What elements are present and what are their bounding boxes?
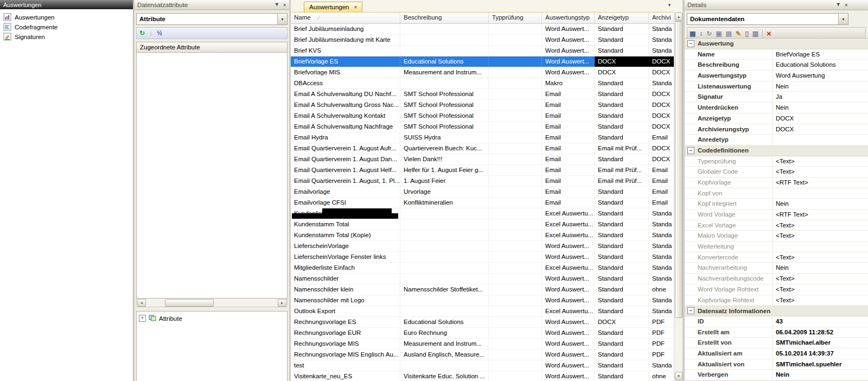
table-row[interactable]: Mitgliederliste EinfachExcel Auswertu...… <box>291 263 674 274</box>
sidebar-item-auswertungen[interactable]: Auswertungen <box>0 12 133 22</box>
property-value[interactable]: <Text> <box>773 220 868 231</box>
scroll-left-icon[interactable]: ◄ <box>137 299 146 307</box>
property-value[interactable]: <RTF Text> <box>773 177 868 188</box>
table-row[interactable]: Kundenstamm Total (Kopie)Excel Auswertu.… <box>291 230 674 241</box>
scroll-down-icon[interactable]: ▼ <box>675 372 682 380</box>
property-row[interactable]: NameBriefVorlage ES <box>685 49 868 60</box>
property-value[interactable]: <Text> <box>773 252 868 263</box>
chevron-down-icon[interactable]: ▼ <box>277 14 287 24</box>
property-row[interactable]: SignaturJa <box>685 92 868 103</box>
property-value[interactable]: <RTF Text> <box>773 209 868 220</box>
column-header-archivi[interactable]: Archivi <box>649 12 674 23</box>
category-grid-icon[interactable]: ▦ <box>690 30 695 37</box>
property-value[interactable]: Nein <box>773 103 868 113</box>
property-value[interactable] <box>773 135 868 145</box>
table-row[interactable]: Email A Schulverwaltung KontaktSMT Schoo… <box>291 111 674 122</box>
property-value[interactable]: <Text> <box>773 274 868 284</box>
assigned-attributes-list[interactable] <box>136 53 288 299</box>
property-value[interactable]: DOCX <box>773 124 868 135</box>
property-row[interactable]: Kopf integriertNein <box>685 199 868 209</box>
property-value[interactable]: <Text> <box>773 231 868 241</box>
property-row[interactable]: ListenauswertungNein <box>685 81 868 92</box>
section-code[interactable]: −Codedefinitionen <box>685 145 868 156</box>
table-row[interactable]: Email HydraSUISS HydraEmailStandardEmail <box>291 132 674 143</box>
table-row[interactable]: Email A Schulverwaltung NachfrageSMT Sch… <box>291 122 674 132</box>
column-header-name[interactable]: Name∕ <box>291 12 400 23</box>
property-value[interactable]: <Text> <box>773 284 868 295</box>
tab-list-icon[interactable]: ▼ <box>667 3 672 8</box>
table-row[interactable]: Rechnungsvorlage EUREuro RechnungWord Au… <box>291 328 674 339</box>
table-row[interactable]: Namensschilder mit LogoWord Auswert...St… <box>291 295 674 306</box>
sidebar-item-codefragmente[interactable]: Codefragmente <box>0 22 133 32</box>
property-row[interactable]: ID43 <box>685 316 868 327</box>
property-value[interactable]: Ja <box>773 92 868 102</box>
chevron-down-icon[interactable]: ▼ <box>838 14 848 24</box>
property-row[interactable]: Aktualisiert vonSMT\michael.spuehler <box>685 359 868 370</box>
table-row[interactable]: DBAccessMakroStandardStanda <box>291 78 674 89</box>
property-value[interactable]: BriefVorlage ES <box>773 49 868 60</box>
table-row[interactable]: testWord Auswert...StandardStanda <box>291 360 674 371</box>
dokumentendaten-combobox[interactable]: Dokumentendaten ▼ <box>687 13 848 25</box>
expand-icon[interactable]: + <box>139 315 146 322</box>
property-value[interactable]: Nein <box>773 370 868 380</box>
property-row[interactable]: Makro Vorlage<Text> <box>685 231 868 242</box>
property-row[interactable]: VerbergenNein <box>685 370 868 380</box>
property-value[interactable]: 05.10.2014 14:39:37 <box>773 348 868 359</box>
table-row[interactable]: Brief Jubiläumseinladung mit KarteWord A… <box>291 35 674 46</box>
horizontal-scrollbar[interactable]: ◄ ► <box>136 299 288 307</box>
section-datensatz[interactable]: −Datensatz Informationen <box>685 306 868 316</box>
table-row[interactable]: Namensschilder kleinNamensschilder Stoff… <box>291 284 674 295</box>
table-row[interactable]: BriefVorlage ESEducational SolutionsWord… <box>291 56 674 67</box>
column-header-anzeigetyp[interactable]: Anzeigetyp <box>595 12 649 23</box>
sort-az-icon[interactable]: ↕ <box>699 30 703 37</box>
vertical-scrollbar[interactable]: ▲ ▼ <box>674 12 682 381</box>
property-row[interactable]: NachverarbeitungNein <box>685 263 868 274</box>
property-row[interactable]: Word Vorlage Rohtext<Text> <box>685 284 868 295</box>
tree-item-label[interactable]: Attribute <box>159 315 182 322</box>
attribute-combobox[interactable]: Attribute ▼ <box>136 13 288 25</box>
property-row[interactable]: Kopf von <box>685 188 868 199</box>
scroll-up-icon[interactable]: ▲ <box>675 12 682 21</box>
table-row[interactable]: LieferscheinVorlage Fenster linksWord Au… <box>291 252 674 263</box>
table-row[interactable]: Kundenliste Nach...Excel Auswertu...Stan… <box>291 208 674 219</box>
property-row[interactable]: Kopfvorlage Rohtext<Text> <box>685 295 868 306</box>
column-header-typprüfung[interactable]: Typprüfung <box>489 12 542 23</box>
scroll-right-icon[interactable]: ► <box>278 299 286 307</box>
property-row[interactable]: Erstellt am06.04.2009 11:28:52 <box>685 327 868 338</box>
column-header-auswertungstyp[interactable]: Auswertungstyp <box>542 12 595 23</box>
table-row[interactable]: Outlook ExportExcel Auswertu...StandardS… <box>291 306 674 317</box>
table-row[interactable]: Email Quartierverein 1. August Helf...He… <box>291 165 674 176</box>
table-row[interactable]: Visitenkarte_neu_ESVisitenkarte Educ. So… <box>291 371 674 381</box>
property-row[interactable]: AnzeigetypDOCX <box>685 113 868 124</box>
property-row[interactable]: Word Vorlage<RTF Text> <box>685 209 868 220</box>
column-header-beschreibung[interactable]: Beschreibung <box>400 12 489 23</box>
property-value[interactable]: Word Auswertung <box>773 71 868 81</box>
scrollbar-thumb[interactable] <box>165 299 214 307</box>
scrollbar-thumb[interactable] <box>675 21 682 318</box>
table-row[interactable]: Emailvorlage CFSIKonfliktmineralienEmail… <box>291 198 674 208</box>
property-row[interactable]: ArchivierungstypDOCX <box>685 124 868 135</box>
property-value[interactable]: SMT\michael.spuehler <box>773 359 868 370</box>
property-value[interactable]: Nein <box>773 263 868 273</box>
table-row[interactable]: Email A Schulverwaltung DU Nachf...SMT S… <box>291 89 674 100</box>
collapse-icon[interactable]: − <box>687 307 694 314</box>
refresh-icon[interactable]: ↻ <box>139 30 145 36</box>
table-row[interactable]: NamensschilderWord Auswert...StandardSta… <box>291 274 674 284</box>
property-row[interactable]: Nachverarbeitungscode<Text> <box>685 274 868 284</box>
table-row[interactable]: Email Quartierverein 1. August, 1. Pl...… <box>291 176 674 187</box>
tab-close-icon[interactable]: × <box>354 4 358 10</box>
property-row[interactable]: Weiterleitung <box>685 242 868 252</box>
property-value[interactable] <box>773 188 868 199</box>
table-row[interactable]: Kundenstamm TotalExcel Auswertu...Standa… <box>291 219 674 230</box>
property-value[interactable]: SMT\michael.alber <box>773 338 868 348</box>
table-row[interactable]: Rechnungsvorlage ESEducational Solutions… <box>291 317 674 328</box>
property-value[interactable]: Nein <box>773 199 868 209</box>
property-value[interactable]: <Text> <box>773 295 868 306</box>
panel-menu-icon[interactable]: ▼ <box>275 2 279 8</box>
table-row[interactable]: Email Quartierverein 1. August Aufr...Qu… <box>291 143 674 154</box>
property-value[interactable]: <Text> <box>773 156 868 167</box>
table-row[interactable]: Briefvorlage MISMeasurement and Instrum.… <box>291 67 674 78</box>
panel-close-icon[interactable]: × <box>845 2 848 8</box>
property-row[interactable]: AuswertungstypWord Auswertung <box>685 71 868 81</box>
section-auswertung[interactable]: −Auswertung <box>685 39 868 49</box>
